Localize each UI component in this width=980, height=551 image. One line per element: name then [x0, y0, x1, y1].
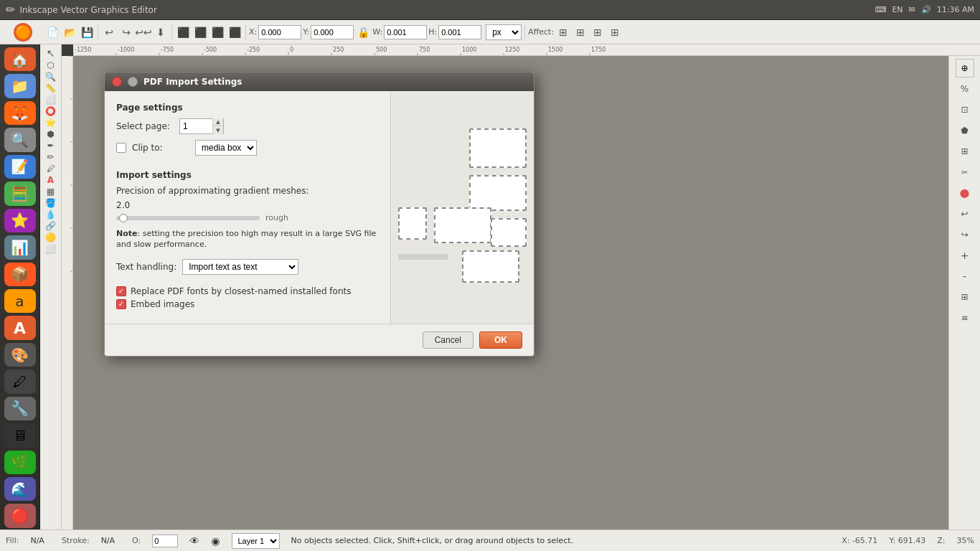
- embed-images-row: ✓ Embed images: [116, 299, 379, 309]
- pdf-dialog-body: Page settings Select page: ▲ ▼ Clip to:: [105, 91, 534, 324]
- precision-slider-track: [116, 216, 260, 220]
- replace-fonts-checkbox[interactable]: ✓: [116, 286, 126, 296]
- select-page-label: Select page:: [116, 121, 174, 131]
- select-page-row: Select page: ▲ ▼: [116, 118, 379, 134]
- pdf-dialog-titlebar: PDF Import Settings: [105, 72, 534, 91]
- page-settings-title: Page settings: [116, 103, 379, 113]
- clip-to-checkbox[interactable]: [116, 143, 126, 153]
- text-handling-select-wrap: Import text as text Import text as paths: [182, 259, 298, 275]
- pdf-page-text: [398, 254, 448, 260]
- page-input[interactable]: [180, 119, 212, 133]
- page-spinner-down[interactable]: ▼: [213, 126, 223, 134]
- pdf-page-2: [469, 175, 527, 211]
- dialog-overlay: PDF Import Settings Page settings Select…: [0, 0, 980, 551]
- clip-to-select-wrap: media box crop box bleed box: [195, 140, 257, 156]
- embed-images-label: Embed images: [131, 299, 194, 309]
- page-spinner-up[interactable]: ▲: [213, 118, 223, 126]
- pdf-page-3: [398, 207, 427, 240]
- import-settings-title: Import settings: [116, 170, 379, 180]
- embed-images-checkbox[interactable]: ✓: [116, 299, 126, 309]
- note-body: : setting the precision too high may res…: [116, 229, 376, 249]
- precision-value: 2.0: [116, 200, 379, 210]
- pdf-page-1: [469, 128, 527, 168]
- clip-to-label: Clip to:: [132, 143, 189, 153]
- pdf-page-5: [491, 218, 527, 247]
- dialog-footer: Cancel OK: [105, 324, 534, 356]
- pdf-preview-area: [398, 128, 527, 286]
- precision-slider-thumb[interactable]: [119, 214, 128, 222]
- text-handling-row: Text handling: Import text as text Impor…: [116, 259, 379, 275]
- pdf-dialog-preview: [390, 91, 534, 324]
- replace-fonts-label: Replace PDF fonts by closest-named insta…: [131, 286, 351, 296]
- replace-fonts-row: ✓ Replace PDF fonts by closest-named ins…: [116, 286, 379, 296]
- pdf-dialog-title: PDF Import Settings: [143, 77, 242, 87]
- ok-button[interactable]: OK: [479, 331, 522, 349]
- clip-to-select[interactable]: media box crop box bleed box: [196, 141, 256, 155]
- dialog-close-button[interactable]: [112, 77, 122, 87]
- pdf-page-6: [462, 250, 519, 283]
- slider-rough-label: rough: [265, 213, 288, 222]
- dialog-minimize-button[interactable]: [128, 77, 138, 87]
- page-spinner-arrows: ▲ ▼: [212, 118, 223, 134]
- pdf-dialog-left: Page settings Select page: ▲ ▼ Clip to:: [105, 91, 390, 324]
- page-spinner: ▲ ▼: [179, 118, 224, 134]
- cancel-button[interactable]: Cancel: [423, 331, 473, 349]
- clip-to-row: Clip to: media box crop box bleed box: [116, 140, 379, 156]
- note-bold: Note: [116, 229, 137, 238]
- precision-slider-row: rough: [116, 213, 379, 222]
- text-handling-select[interactable]: Import text as text Import text as paths: [183, 260, 298, 274]
- text-handling-label: Text handling:: [116, 262, 176, 272]
- pdf-page-4: [434, 207, 491, 243]
- precision-label: Precision of approximating gradient mesh…: [116, 186, 379, 196]
- pdf-import-dialog: PDF Import Settings Page settings Select…: [104, 72, 534, 357]
- note-text: Note: setting the precision too high may…: [116, 228, 379, 250]
